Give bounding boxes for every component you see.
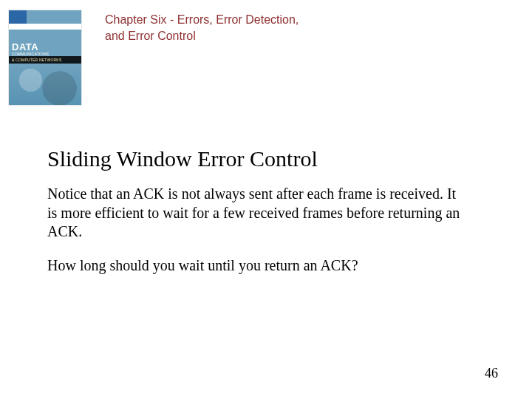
chapter-title: Chapter Six - Errors, Error Detection, a…	[105, 12, 312, 44]
cover-title-word: DATA	[12, 41, 38, 52]
cover-art	[9, 64, 81, 105]
body-paragraph-2: How long should you wait until you retur…	[47, 256, 461, 276]
cover-accent	[9, 10, 27, 24]
slide-title: Sliding Window Error Control	[47, 146, 480, 171]
page-number: 46	[485, 366, 498, 381]
slide-header: DATA COMMUNICATIONS & COMPUTER NETWORKS …	[0, 0, 532, 105]
body-paragraph-1: Notice that an ACK is not always sent af…	[47, 185, 461, 242]
book-cover-image: DATA COMMUNICATIONS & COMPUTER NETWORKS	[9, 10, 81, 105]
cover-white-stripe	[9, 24, 81, 30]
slide-content: Sliding Window Error Control Notice that…	[0, 105, 532, 275]
cover-band: & COMPUTER NETWORKS	[9, 56, 81, 64]
